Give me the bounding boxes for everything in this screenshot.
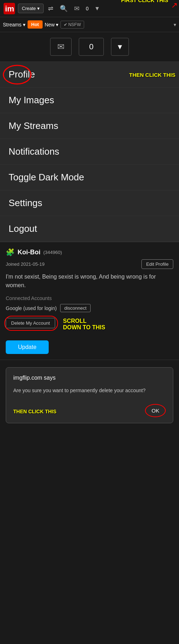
join-date: Joined 2021-05-19 [6,261,44,267]
mail-box[interactable]: ✉ [50,38,72,56]
then-click-this-annotation: THEN CLICK THIS [13,409,57,414]
disconnect-button[interactable]: disconnect [60,304,90,312]
streams-dropdown-button[interactable]: ▾ [174,22,176,28]
arrow-box[interactable]: ▼ [111,38,129,56]
menu-item-settings[interactable]: Settings [0,190,179,216]
username: Koi-Boi [18,249,40,256]
nsfw-label: NSFW [68,22,81,27]
logo: im [3,2,16,15]
dialog-ok-button[interactable]: OK [145,404,166,417]
profile-circle-annotation [3,65,32,84]
menu-item-notifications[interactable]: Notifications [0,139,179,165]
notification-button[interactable]: 0 [84,4,91,13]
top-nav-bar: im Create ▾ ⇌ 🔍 ✉ 0 ▼ FIRST CLICK THIS ↗ [0,0,179,17]
nsfw-button[interactable]: ✔ NSFW [61,21,84,29]
dialog-title: imgflip.com says [13,375,166,381]
menu-item-logout[interactable]: Logout [0,216,179,242]
google-row: Google (used for login) disconnect [6,304,173,312]
arrow-value: ▼ [116,43,124,51]
create-button[interactable]: Create ▾ [18,4,44,13]
menu-item-my-images[interactable]: My Images [0,88,179,113]
dialog-wrapper: imgflip.com says Are you sure you want t… [0,360,179,430]
profile-section: 🧩 Koi-Boi (344960) Joined 2021-05-19 Edi… [0,242,179,360]
update-button[interactable]: Update [6,340,49,354]
arrow-annotation: ↗ [171,1,178,10]
new-label: New [45,22,55,28]
shuffle-button[interactable]: ⇌ [46,3,55,14]
user-id: (344960) [43,250,62,255]
hot-button[interactable]: Hot [28,20,43,29]
google-label: Google (used for login) [6,305,57,311]
edit-profile-button[interactable]: Edit Profile [141,259,173,269]
first-click-annotation: FIRST CLICK THIS [121,0,168,3]
mail-icon: ✉ [57,42,64,52]
new-button[interactable]: New ▾ [45,22,58,28]
menu-item-my-streams[interactable]: My Streams [0,113,179,139]
mail-button[interactable]: ✉ [72,3,82,14]
connected-accounts-label: Connected Accounts [6,295,173,301]
bio-text: I'm not sexist, Being sexist is wrong, A… [6,273,173,290]
streams-bar: Streams ▾ Hot New ▾ ✔ NSFW ▾ [0,17,179,32]
svg-text:im: im [5,4,14,13]
new-arrow: ▾ [56,22,58,28]
scroll-annotation: SCROLL DOWN TO THIS [63,318,105,331]
count-value: 0 [89,42,93,51]
dialog-body: Are you sure you want to permanently del… [13,387,166,394]
notification-count: 0 [86,6,89,11]
then-click-annotation: THEN CLICK THIS [129,71,175,78]
streams-label: Streams ▾ [3,22,25,28]
dropdown-menu: THEN CLICK THIS Profile My Images My Str… [0,62,179,242]
delete-account-button[interactable]: Delete My Account [6,318,55,328]
count-box[interactable]: 0 [79,38,104,56]
nsfw-check: ✔ [64,22,67,27]
dialog-box: imgflip.com says Are you sure you want t… [6,367,173,423]
puzzle-icon: 🧩 [6,248,15,256]
streams-button[interactable]: Streams ▾ [3,22,25,28]
delete-row: Delete My Account SCROLL DOWN TO THIS [6,318,173,328]
menu-item-toggle-dark-mode[interactable]: Toggle Dark Mode [0,165,179,190]
profile-header: 🧩 Koi-Boi (344960) [6,248,173,256]
search-button[interactable]: 🔍 [58,3,70,14]
menu-item-profile[interactable]: THEN CLICK THIS Profile [0,62,179,88]
expanded-header: ✉ 0 ▼ [0,32,179,62]
nav-dropdown-button[interactable]: ▼ [93,4,101,13]
bottom-padding [0,430,179,441]
join-date-row: Joined 2021-05-19 Edit Profile [6,259,173,269]
